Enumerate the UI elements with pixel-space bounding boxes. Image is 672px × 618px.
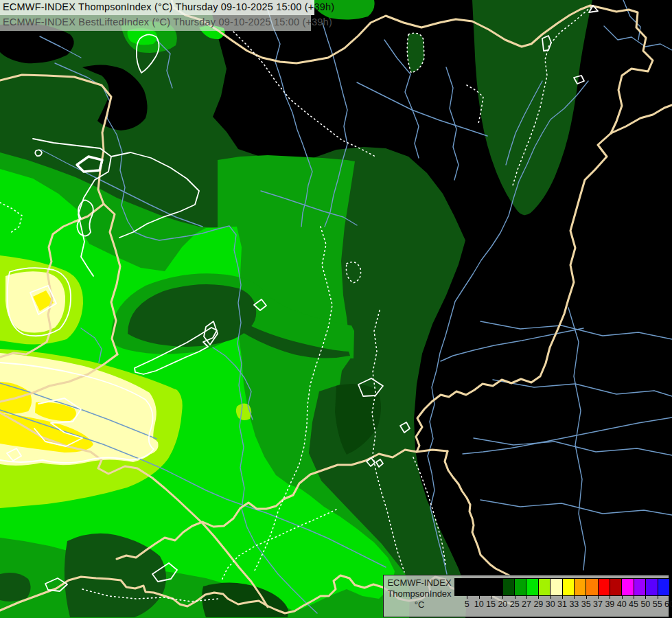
legend-color-cell — [574, 579, 586, 595]
legend-tick — [526, 595, 527, 599]
weather-map-page: ECMWF-INDEX ThompsonIndex (°C) Thursday … — [0, 0, 672, 618]
legend-color-cell — [658, 579, 669, 595]
legend-tick — [515, 595, 515, 599]
legend-color-cell — [621, 579, 633, 595]
legend-unit-label: °C — [384, 599, 455, 610]
legend-color-cell — [645, 579, 657, 595]
legend-color-cell — [478, 579, 490, 595]
legend-tick — [574, 595, 575, 599]
legend-color-cell — [610, 579, 621, 595]
legend-color-cell — [550, 579, 561, 595]
legend-color-cell — [586, 579, 597, 595]
legend-tick-value: 60 — [660, 599, 672, 609]
legend-color-cell — [634, 579, 645, 595]
legend-tick — [538, 595, 539, 599]
header-line-best-lifted-index: ECMWF-INDEX BestLiftedIndex (°C) Thursda… — [0, 15, 311, 31]
legend-tick — [562, 595, 563, 599]
legend-box: ECMWF-INDEX ThompsonIndex °C 51015202527… — [383, 575, 669, 617]
legend-tick — [622, 595, 623, 599]
legend-tick — [467, 595, 467, 599]
header-line-thompson-index: ECMWF-INDEX ThompsonIndex (°C) Thursday … — [0, 0, 314, 15]
legend-color-cell — [538, 579, 550, 595]
legend-color-cell — [502, 579, 514, 595]
legend-tick — [658, 595, 658, 599]
legend-color-cell — [514, 579, 526, 595]
legend-tick — [502, 595, 503, 599]
legend-tick — [669, 595, 670, 599]
legend-tick — [586, 595, 587, 599]
legend-color-cell — [455, 579, 466, 595]
legend-tick — [645, 595, 646, 599]
legend-color-cell — [562, 579, 574, 595]
legend-color-cell — [466, 579, 478, 595]
legend-color-bar — [455, 579, 669, 595]
legend-index-label: ThompsonIndex — [384, 588, 455, 599]
legend-tick — [598, 595, 599, 599]
legend-color-cell — [526, 579, 537, 595]
legend-color-cell — [598, 579, 610, 595]
legend-tick — [634, 595, 634, 599]
legend-tick — [491, 595, 491, 599]
legend-tick — [551, 595, 551, 599]
legend-tick — [479, 595, 480, 599]
legend-tick — [610, 595, 610, 599]
legend-labels: ECMWF-INDEX ThompsonIndex °C — [384, 577, 455, 610]
legend-color-cell — [490, 579, 502, 595]
weather-map — [0, 0, 672, 618]
legend-model-label: ECMWF-INDEX — [384, 577, 455, 588]
